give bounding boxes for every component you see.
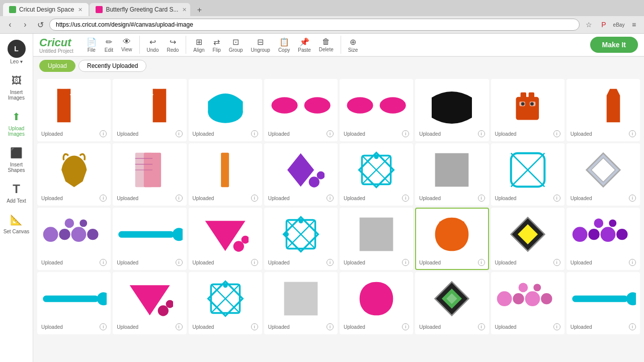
bookmark-icon[interactable]: ☆ — [583, 19, 595, 31]
info-icon-29[interactable]: i — [402, 323, 409, 330]
sidebar-item-upload-images[interactable]: ⬆ Upload Images — [0, 105, 33, 141]
info-icon-9[interactable]: i — [100, 195, 107, 202]
info-icon-6[interactable]: i — [478, 130, 485, 137]
sidebar-item-set-canvas[interactable]: 📐 Set Canvas — [0, 208, 33, 238]
info-icon-25[interactable]: i — [100, 323, 107, 330]
image-card-13[interactable]: Uploaded i — [340, 143, 413, 206]
info-icon-26[interactable]: i — [176, 323, 183, 330]
toolbar-paste[interactable]: 📌 Paste — [295, 36, 314, 54]
image-card-30[interactable]: Uploaded i — [415, 272, 489, 334]
info-icon-11[interactable]: i — [251, 195, 258, 202]
pinterest-icon[interactable]: P — [598, 19, 610, 31]
image-card-17[interactable]: Uploaded i — [37, 208, 111, 270]
toolbar-edit[interactable]: ✏ Edit — [102, 36, 116, 54]
info-icon-27[interactable]: i — [251, 323, 258, 330]
info-icon-24[interactable]: i — [629, 259, 636, 266]
image-card-7[interactable]: Uploaded i — [491, 79, 565, 141]
image-card-22[interactable]: Uploaded i — [415, 208, 489, 270]
image-card-2[interactable]: Uploaded i — [113, 79, 186, 141]
info-icon-21[interactable]: i — [402, 259, 409, 266]
sidebar-user[interactable]: L Leo ▾ — [0, 36, 33, 68]
image-card-14[interactable]: Uploaded i — [415, 143, 489, 206]
info-icon-2[interactable]: i — [176, 130, 183, 137]
refresh-button[interactable]: ↺ — [34, 19, 46, 31]
upload-tab-recently[interactable]: Recently Uploaded — [78, 60, 146, 72]
images-area[interactable]: Uploaded i Uploaded i — [33, 75, 644, 362]
toolbar-flip[interactable]: ⇄ Flip — [210, 36, 224, 54]
toolbar-delete[interactable]: 🗑 Delete — [316, 36, 337, 53]
toolbar-redo[interactable]: ↪ Redo — [164, 36, 182, 54]
info-icon-22[interactable]: i — [478, 259, 485, 266]
info-icon-16[interactable]: i — [629, 195, 636, 202]
info-icon-20[interactable]: i — [327, 259, 334, 266]
image-card-18[interactable]: Uploaded i — [113, 208, 186, 270]
back-button[interactable]: ‹ — [4, 19, 16, 31]
toolbar-undo[interactable]: ↩ Undo — [144, 36, 162, 54]
image-card-23[interactable]: Uploaded i — [491, 208, 565, 270]
info-icon-3[interactable]: i — [251, 130, 258, 137]
sidebar-item-insert-images[interactable]: 🖼 Insert Images — [0, 68, 33, 105]
info-icon-30[interactable]: i — [478, 323, 485, 330]
image-card-8[interactable]: Uploaded i — [567, 79, 640, 141]
image-card-12[interactable]: Uploaded i — [264, 143, 338, 206]
image-card-25[interactable]: Uploaded i — [37, 272, 111, 334]
info-icon-31[interactable]: i — [553, 323, 560, 330]
info-icon-23[interactable]: i — [553, 259, 560, 266]
sidebar-item-insert-shapes[interactable]: ⬛ Insert Shapes — [0, 141, 33, 177]
image-card-31[interactable]: Uploaded i — [491, 272, 565, 334]
ebay-icon[interactable]: eBay — [613, 19, 625, 31]
info-icon-13[interactable]: i — [402, 195, 409, 202]
menu-icon[interactable]: ≡ — [628, 19, 640, 31]
sidebar-item-add-text[interactable]: T Add Text — [0, 177, 33, 208]
toolbar-size[interactable]: ⊕ Size — [345, 36, 361, 54]
new-tab-button[interactable]: + — [193, 4, 205, 16]
toolbar-align[interactable]: ⊞ Align — [190, 36, 207, 54]
info-icon-12[interactable]: i — [327, 195, 334, 202]
image-card-27[interactable]: Uploaded i — [189, 272, 262, 334]
image-card-9[interactable]: Uploaded i — [37, 143, 111, 206]
toolbar-copy[interactable]: 📋 Copy — [275, 36, 293, 54]
info-icon-7[interactable]: i — [553, 130, 560, 137]
info-icon-18[interactable]: i — [176, 259, 183, 266]
image-card-3[interactable]: Uploaded i — [189, 79, 262, 141]
upload-tab-upload[interactable]: Upload — [39, 60, 75, 72]
image-card-10[interactable]: Uploaded i — [113, 143, 186, 206]
image-card-15[interactable]: Uploaded i — [491, 143, 565, 206]
image-card-32[interactable]: Uploaded i — [567, 272, 640, 334]
image-card-1[interactable]: Uploaded i — [37, 79, 111, 141]
info-icon-14[interactable]: i — [478, 195, 485, 202]
tab-butterfly[interactable]: Butterfly Greeting Card S... ✕ — [90, 3, 190, 16]
info-icon-4[interactable]: i — [327, 130, 334, 137]
tab-close-cricut[interactable]: ✕ — [78, 7, 83, 13]
info-icon-8[interactable]: i — [629, 130, 636, 137]
image-card-28[interactable]: Uploaded i — [264, 272, 338, 334]
info-icon-5[interactable]: i — [402, 130, 409, 137]
image-card-20[interactable]: Uploaded i — [264, 208, 338, 270]
info-icon-19[interactable]: i — [251, 259, 258, 266]
info-icon-17[interactable]: i — [100, 259, 107, 266]
info-icon-28[interactable]: i — [327, 323, 334, 330]
info-icon-32[interactable]: i — [629, 323, 636, 330]
make-it-button[interactable]: Make It — [590, 37, 638, 53]
tab-cricut[interactable]: Cricut Design Space ✕ — [3, 3, 89, 16]
info-icon-1[interactable]: i — [100, 130, 107, 137]
toolbar-view[interactable]: 👁 View — [118, 36, 135, 53]
image-card-5[interactable]: Uploaded i — [340, 79, 413, 141]
info-icon-15[interactable]: i — [553, 195, 560, 202]
image-card-26[interactable]: Uploaded i — [113, 272, 186, 334]
toolbar-group-btn[interactable]: ⊡ Group — [226, 36, 246, 54]
forward-button[interactable]: › — [19, 19, 31, 31]
address-input[interactable] — [49, 19, 580, 31]
tab-close-butterfly[interactable]: ✕ — [182, 7, 187, 13]
image-card-19[interactable]: Uploaded i — [189, 208, 262, 270]
image-card-11[interactable]: Uploaded i — [189, 143, 262, 206]
image-card-6[interactable]: Uploaded i — [415, 79, 489, 141]
image-card-24[interactable]: Uploaded i — [567, 208, 640, 270]
info-icon-10[interactable]: i — [176, 195, 183, 202]
toolbar-file[interactable]: 📄 File — [84, 36, 100, 54]
image-card-21[interactable]: Uploaded i — [340, 208, 413, 270]
toolbar-ungroup[interactable]: ⊟ Ungroup — [248, 36, 273, 54]
image-card-16[interactable]: Uploaded i — [567, 143, 640, 206]
image-card-29[interactable]: Uploaded i — [340, 272, 413, 334]
image-card-4[interactable]: Uploaded i — [264, 79, 338, 141]
